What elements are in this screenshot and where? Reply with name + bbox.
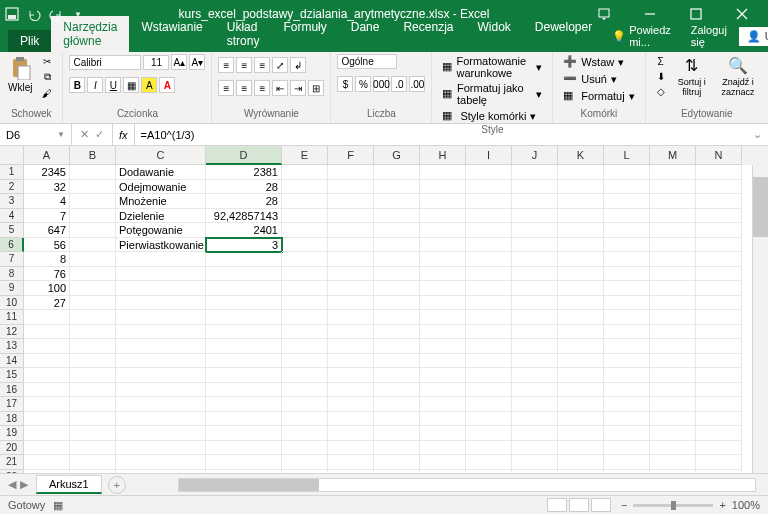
cell[interactable] xyxy=(558,238,604,253)
cell[interactable] xyxy=(328,296,374,311)
cell[interactable] xyxy=(604,223,650,238)
comma-button[interactable]: 000 xyxy=(373,76,389,92)
cell[interactable] xyxy=(558,296,604,311)
column-header[interactable]: D xyxy=(206,146,282,165)
cell[interactable] xyxy=(558,441,604,456)
row-header[interactable]: 7 xyxy=(0,252,24,267)
autosum-button[interactable]: Σ xyxy=(652,54,670,68)
cell[interactable] xyxy=(328,325,374,340)
cell[interactable] xyxy=(328,310,374,325)
cell[interactable] xyxy=(604,368,650,383)
tab-widok[interactable]: Widok xyxy=(465,16,522,52)
cell[interactable]: Pierwiastkowanie xyxy=(116,238,206,253)
cell[interactable] xyxy=(466,209,512,224)
cell[interactable] xyxy=(558,455,604,470)
cell[interactable] xyxy=(466,296,512,311)
zoom-out-button[interactable]: − xyxy=(621,499,627,511)
cell[interactable] xyxy=(374,252,420,267)
column-header[interactable]: M xyxy=(650,146,696,165)
row-header[interactable]: 3 xyxy=(0,194,24,209)
cell[interactable] xyxy=(558,252,604,267)
cell[interactable] xyxy=(116,296,206,311)
align-middle-button[interactable]: ≡ xyxy=(236,57,252,73)
cell[interactable]: 647 xyxy=(24,223,70,238)
cell[interactable] xyxy=(604,455,650,470)
column-header[interactable]: H xyxy=(420,146,466,165)
cell[interactable] xyxy=(604,441,650,456)
column-header[interactable]: N xyxy=(696,146,742,165)
cell[interactable] xyxy=(466,426,512,441)
macro-record-icon[interactable]: ▦ xyxy=(53,499,63,512)
cell[interactable] xyxy=(70,455,116,470)
cell[interactable] xyxy=(650,281,696,296)
column-header[interactable]: J xyxy=(512,146,558,165)
cell[interactable] xyxy=(466,180,512,195)
cell[interactable]: 28 xyxy=(206,180,282,195)
conditional-formatting-button[interactable]: ▦Formatowanie warunkowe▾ xyxy=(438,54,546,80)
cell[interactable] xyxy=(420,426,466,441)
cell[interactable] xyxy=(512,310,558,325)
cell[interactable] xyxy=(420,281,466,296)
row-header[interactable]: 10 xyxy=(0,296,24,311)
cell[interactable] xyxy=(328,441,374,456)
cell[interactable] xyxy=(696,368,742,383)
font-name-select[interactable]: Calibri xyxy=(69,55,141,70)
cell[interactable] xyxy=(24,368,70,383)
cell[interactable] xyxy=(206,426,282,441)
cell[interactable] xyxy=(70,470,116,474)
cell[interactable] xyxy=(512,238,558,253)
format-as-table-button[interactable]: ▦Formatuj jako tabelę▾ xyxy=(438,81,546,107)
cell[interactable]: 56 xyxy=(24,238,70,253)
row-header[interactable]: 21 xyxy=(0,455,24,470)
cell[interactable] xyxy=(374,165,420,180)
cell[interactable] xyxy=(604,180,650,195)
merge-button[interactable]: ⊞ xyxy=(308,80,324,96)
enter-formula-icon[interactable]: ✓ xyxy=(95,128,104,141)
sheet-nav-next-icon[interactable]: ▶ xyxy=(20,478,28,491)
cell[interactable] xyxy=(420,368,466,383)
cell[interactable] xyxy=(420,470,466,474)
cell[interactable] xyxy=(604,165,650,180)
cell[interactable] xyxy=(282,209,328,224)
zoom-level[interactable]: 100% xyxy=(732,499,760,511)
cell[interactable] xyxy=(558,180,604,195)
cell[interactable] xyxy=(374,383,420,398)
cell[interactable] xyxy=(116,310,206,325)
cell[interactable] xyxy=(512,281,558,296)
bold-button[interactable]: B xyxy=(69,77,85,93)
format-cells-button[interactable]: ▦Formatuj▾ xyxy=(559,88,638,104)
tab-wstawianie[interactable]: Wstawianie xyxy=(129,16,214,52)
share-button[interactable]: 👤Udostępnij xyxy=(739,27,768,46)
fill-color-button[interactable]: A xyxy=(141,77,157,93)
cell[interactable] xyxy=(650,267,696,282)
cell[interactable]: 7 xyxy=(24,209,70,224)
cell[interactable] xyxy=(512,455,558,470)
cell[interactable] xyxy=(420,252,466,267)
cell[interactable] xyxy=(282,238,328,253)
cell[interactable] xyxy=(328,412,374,427)
wrap-text-button[interactable]: ↲ xyxy=(290,57,306,73)
cell[interactable] xyxy=(604,354,650,369)
column-header[interactable]: I xyxy=(466,146,512,165)
cell[interactable] xyxy=(696,383,742,398)
cell[interactable] xyxy=(116,325,206,340)
row-header[interactable]: 20 xyxy=(0,441,24,456)
cell[interactable] xyxy=(24,397,70,412)
tab-dane[interactable]: Dane xyxy=(339,16,392,52)
cell[interactable] xyxy=(558,368,604,383)
cell[interactable] xyxy=(282,310,328,325)
cell[interactable] xyxy=(374,455,420,470)
cell[interactable] xyxy=(70,339,116,354)
increase-indent-button[interactable]: ⇥ xyxy=(290,80,306,96)
paste-button[interactable]: Wklej xyxy=(6,54,34,95)
cut-button[interactable]: ✂ xyxy=(38,54,56,68)
cell[interactable]: Dodawanie xyxy=(116,165,206,180)
row-header[interactable]: 6 xyxy=(0,238,24,253)
cell[interactable] xyxy=(650,441,696,456)
cell[interactable] xyxy=(466,441,512,456)
row-header[interactable]: 19 xyxy=(0,426,24,441)
cell[interactable]: 4 xyxy=(24,194,70,209)
cell[interactable] xyxy=(420,441,466,456)
cell[interactable] xyxy=(116,441,206,456)
column-header[interactable]: F xyxy=(328,146,374,165)
